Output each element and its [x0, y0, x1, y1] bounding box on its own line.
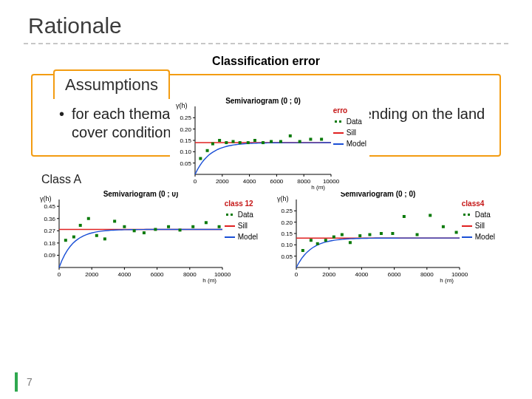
svg-rect-77 — [103, 237, 106, 240]
svg-text:h (m): h (m) — [311, 184, 325, 191]
svg-text:0.05: 0.05 — [281, 253, 293, 260]
svg-text:10000: 10000 — [323, 178, 340, 185]
svg-text:0.10: 0.10 — [281, 242, 293, 248]
svg-rect-72 — [64, 239, 67, 242]
svg-rect-79 — [123, 225, 126, 228]
svg-rect-82 — [154, 228, 157, 231]
svg-rect-31 — [218, 139, 221, 142]
svg-rect-124 — [368, 233, 371, 236]
svg-rect-30 — [211, 143, 214, 146]
svg-text:2000: 2000 — [85, 271, 98, 278]
svg-text:0.20: 0.20 — [180, 126, 191, 133]
svg-rect-38 — [270, 140, 273, 143]
svg-text:Semivariogram (0 ;   0): Semivariogram (0 ; 0) — [225, 97, 301, 105]
chart-legend: erroDataSillModel — [333, 105, 366, 149]
assumption-tab: Assumptions — [53, 69, 170, 99]
svg-rect-28 — [199, 157, 202, 160]
svg-rect-33 — [232, 140, 235, 143]
svg-rect-117 — [310, 239, 313, 242]
subheader: Classification error — [24, 55, 508, 68]
svg-text:γ(h): γ(h) — [277, 195, 289, 202]
svg-rect-78 — [113, 219, 116, 222]
svg-rect-123 — [358, 234, 361, 237]
svg-text:0.45: 0.45 — [44, 203, 55, 210]
svg-text:0.27: 0.27 — [44, 228, 55, 234]
svg-text:γ(h): γ(h) — [40, 195, 52, 202]
svg-text:10000: 10000 — [214, 271, 231, 278]
svg-rect-125 — [380, 232, 383, 235]
svg-text:0.18: 0.18 — [44, 240, 55, 247]
svg-rect-34 — [239, 141, 242, 144]
svg-rect-84 — [179, 228, 182, 231]
svg-text:0.09: 0.09 — [44, 252, 55, 259]
chart-top: 0.050.100.150.200.2502000400060008000100… — [170, 96, 369, 192]
svg-text:0: 0 — [58, 271, 61, 278]
svg-text:h (m): h (m) — [202, 277, 216, 284]
svg-rect-127 — [403, 215, 406, 218]
footer-accent — [15, 372, 18, 392]
svg-text:Semivariogram (0 ;   0): Semivariogram (0 ; 0) — [103, 190, 179, 198]
svg-rect-76 — [95, 234, 98, 237]
svg-rect-75 — [87, 217, 90, 220]
svg-text:0.25: 0.25 — [180, 115, 191, 121]
svg-rect-32 — [225, 141, 228, 144]
svg-rect-35 — [247, 141, 250, 144]
svg-text:0: 0 — [194, 178, 197, 185]
svg-rect-122 — [349, 241, 352, 244]
svg-rect-40 — [289, 134, 292, 137]
slide-title: Rationale — [24, 13, 508, 38]
chart-class-a: 0.090.180.270.360.4502000400060008000100… — [34, 189, 261, 285]
svg-rect-83 — [167, 225, 170, 228]
svg-text:2000: 2000 — [322, 271, 335, 278]
svg-rect-121 — [341, 233, 344, 236]
svg-text:0.20: 0.20 — [281, 219, 293, 226]
svg-rect-129 — [429, 214, 432, 216]
svg-text:8000: 8000 — [297, 178, 310, 185]
svg-text:h (m): h (m) — [440, 277, 454, 284]
svg-rect-74 — [79, 224, 82, 227]
svg-rect-87 — [218, 225, 221, 228]
svg-text:0.10: 0.10 — [180, 149, 191, 155]
svg-rect-116 — [301, 249, 304, 252]
page-number: 7 — [27, 376, 33, 388]
svg-rect-42 — [309, 137, 312, 140]
svg-text:8000: 8000 — [420, 271, 434, 278]
svg-rect-118 — [316, 242, 319, 245]
bullet-icon: • — [59, 105, 64, 123]
svg-text:4000: 4000 — [355, 271, 369, 278]
svg-rect-37 — [262, 141, 265, 144]
svg-text:2000: 2000 — [216, 178, 229, 185]
svg-text:0.05: 0.05 — [180, 160, 191, 167]
chart-legend: class 12DataSillModel — [225, 198, 258, 242]
svg-text:4000: 4000 — [243, 178, 256, 185]
svg-rect-119 — [324, 239, 327, 242]
svg-rect-39 — [279, 140, 282, 143]
chart-class-b: 0.050.100.150.200.2502000400060008000100… — [271, 189, 498, 285]
svg-text:10000: 10000 — [451, 271, 468, 278]
title-divider — [24, 43, 508, 44]
svg-rect-80 — [133, 229, 136, 232]
svg-text:6000: 6000 — [270, 178, 284, 185]
svg-text:8000: 8000 — [183, 271, 197, 278]
svg-rect-43 — [320, 137, 323, 140]
svg-text:6000: 6000 — [388, 271, 401, 278]
svg-rect-128 — [416, 233, 419, 236]
svg-text:0.36: 0.36 — [44, 216, 55, 222]
chart-legend: class4DataSillModel — [462, 198, 495, 242]
svg-rect-81 — [143, 231, 146, 234]
svg-rect-85 — [191, 225, 194, 228]
svg-rect-29 — [206, 149, 209, 152]
svg-rect-36 — [253, 139, 256, 142]
svg-rect-41 — [299, 140, 301, 143]
svg-text:6000: 6000 — [151, 271, 164, 278]
svg-rect-126 — [391, 232, 394, 235]
chart-top-holder: 0.050.100.150.200.2502000400060008000100… — [170, 96, 369, 192]
svg-rect-73 — [72, 236, 75, 239]
svg-text:γ(h): γ(h) — [176, 102, 188, 109]
svg-rect-130 — [442, 225, 445, 228]
svg-text:0.25: 0.25 — [281, 208, 293, 214]
footer: 7 — [15, 372, 33, 392]
svg-text:0: 0 — [295, 271, 299, 278]
svg-text:0.15: 0.15 — [281, 231, 293, 237]
svg-rect-120 — [332, 236, 335, 239]
